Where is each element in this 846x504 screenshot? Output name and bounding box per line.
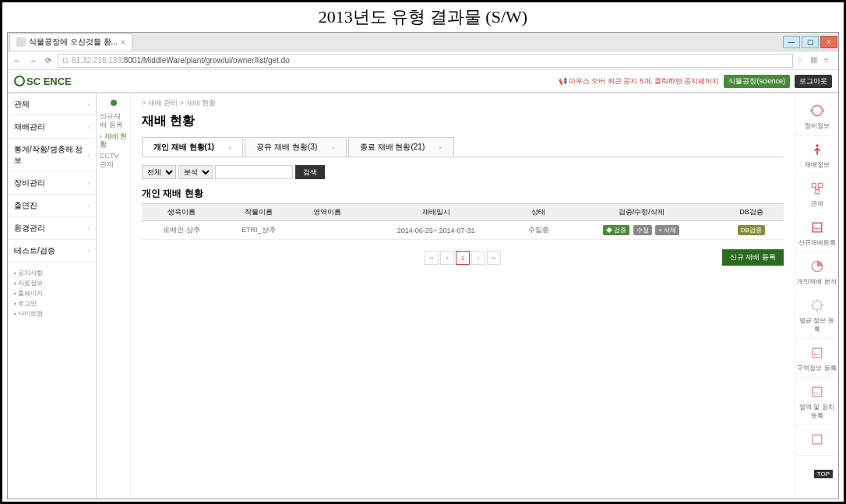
nav-control[interactable]: 관제›: [8, 93, 96, 116]
tab-close-icon[interactable]: ×: [331, 144, 335, 151]
rail-new-reg[interactable]: New 신규재배등록: [795, 213, 838, 252]
tab-bar: 식물공장에 오신것을 환... × — ▢ ×: [8, 33, 838, 51]
cell-db: DB검증: [719, 221, 784, 240]
reload-icon[interactable]: ⟳: [42, 55, 55, 67]
rail-pest-reg[interactable]: 병균 정보 등록: [795, 291, 838, 339]
new-register-button[interactable]: 신규 재배 등록: [722, 249, 784, 266]
logout-button[interactable]: 로그아웃: [795, 75, 832, 88]
svg-text:Area: Area: [813, 352, 820, 356]
device-info-icon: [808, 101, 827, 120]
table-row: 로메인 상추 ETRI_상추 2014-06-25~ 2014-07-31 수집…: [142, 221, 784, 240]
edit-button[interactable]: 수정: [633, 225, 652, 235]
page-prev[interactable]: ‹: [440, 251, 454, 265]
svg-text:New: New: [813, 226, 820, 231]
svg-text:Dev: Dev: [814, 391, 820, 395]
filter-select-2[interactable]: 분석: [178, 165, 213, 179]
nav-test[interactable]: 테스트/검증›: [8, 240, 96, 263]
rail-device-reg[interactable]: Dev 영역 및 장치 등록: [795, 378, 838, 425]
subnav-cctv[interactable]: CCTV 관제: [100, 152, 127, 169]
rail-label: 구역정보 등록: [797, 364, 837, 372]
page-last[interactable]: ››: [487, 251, 501, 265]
rail-area-reg[interactable]: Area 구역정보 등록: [795, 339, 838, 378]
rail-device-info[interactable]: 장비정보: [795, 97, 838, 136]
svg-line-16: [820, 301, 822, 302]
link-home[interactable]: • 홈페이지: [14, 289, 90, 298]
address-bar: ← → ⟳ 🗋 61.32.216.133:8001/MiddleWare/pl…: [8, 51, 838, 70]
rail-label: 관제: [797, 199, 837, 208]
search-input[interactable]: [215, 165, 293, 179]
cell-actions: ◆ 검증 수정 × 삭제: [564, 221, 719, 240]
tab-label: 개인 재배 현황(1): [153, 142, 214, 153]
search-button[interactable]: 검색: [295, 165, 325, 179]
col-actions: 검증/수정/삭제: [564, 204, 719, 221]
filter-select-1[interactable]: 전체: [142, 165, 176, 179]
col-growname: 생육이름: [142, 204, 221, 221]
browser-tab[interactable]: 식물공장에 오신것을 환... ×: [9, 33, 132, 51]
sub-nav: 신규재배 등록 › 재배 현황 CCTV 관제: [97, 93, 131, 499]
page-first[interactable]: ‹‹: [425, 251, 439, 265]
table-header-row: 생육이름 작물이름 영역이름 재배일시 상태 검증/수정/삭제 DB검증: [142, 204, 784, 221]
tab-shared[interactable]: 공유 재배 현황(3)×: [245, 137, 346, 157]
col-status: 상태: [513, 204, 563, 221]
page-1[interactable]: 1: [456, 251, 470, 265]
delete-button[interactable]: × 삭제: [655, 225, 679, 235]
tab-personal[interactable]: 개인 재배 현황(1)×: [142, 137, 243, 157]
minimize-button[interactable]: —: [783, 36, 800, 48]
grow-info-icon: [808, 140, 827, 159]
account-button[interactable]: 식물공장(science): [724, 75, 790, 88]
close-button[interactable]: ×: [820, 36, 837, 48]
tab-ended[interactable]: 종료 재배 현황(21)×: [348, 137, 454, 157]
grid-icon[interactable]: ▦: [810, 55, 821, 66]
url-input[interactable]: 🗋 61.32.216.133:8001/MiddleWare/plant/gr…: [58, 54, 793, 68]
device-reg-icon: Dev: [808, 382, 827, 401]
tab-close-icon[interactable]: ×: [121, 38, 125, 47]
subnav-status[interactable]: › 재배 현황: [100, 132, 127, 150]
tab-close-icon[interactable]: ×: [439, 144, 442, 151]
nav-env[interactable]: 환경관리›: [8, 217, 96, 240]
back-icon[interactable]: ←: [11, 55, 23, 67]
svg-line-15: [813, 308, 814, 310]
svg-rect-3: [818, 183, 822, 187]
nav-label: 관제: [14, 99, 30, 110]
right-rail: 장비정보 재배정보 관제 New 신규재배등록: [795, 93, 838, 499]
control-icon: [808, 179, 827, 198]
link-login[interactable]: • 로그인: [14, 299, 90, 308]
nav-grow-mgmt[interactable]: 재배관리›: [8, 116, 96, 139]
nav-stats[interactable]: 통계/작황/병충해 정보›: [8, 139, 96, 172]
nav-device[interactable]: 장비관리›: [8, 172, 96, 195]
verify-button[interactable]: ◆ 검증: [603, 225, 629, 235]
rail-personal-analysis[interactable]: 개인재배 분석: [795, 252, 838, 291]
subnav-new-reg[interactable]: 신규재배 등록: [100, 112, 127, 129]
maximize-button[interactable]: ▢: [802, 36, 819, 48]
notice-bar[interactable]: 📢 마우스 오버 최근 공지 5개, 클릭하면 공지페이지: [559, 76, 720, 86]
link-data[interactable]: • 자료정보: [14, 279, 90, 287]
logo[interactable]: SC ENCE: [14, 76, 72, 87]
rail-grow-info[interactable]: 재배정보: [795, 136, 838, 174]
menu-icon[interactable]: ≡: [824, 55, 835, 66]
url-host: 61.32.216.133: [72, 56, 122, 65]
tab-close-icon[interactable]: ×: [228, 144, 232, 151]
pagination: ‹‹ ‹ 1 › ››: [142, 251, 784, 265]
forward-icon[interactable]: →: [26, 55, 39, 67]
scroll-top-button[interactable]: TOP: [814, 470, 833, 478]
link-notice[interactable]: • 공지사항: [14, 269, 90, 277]
star-icon[interactable]: ☆: [796, 55, 807, 66]
pest-icon: [808, 296, 827, 315]
window-controls: — ▢ ×: [782, 35, 838, 49]
url-doc-icon: 🗋: [62, 56, 69, 65]
nav-label: 장비관리: [14, 178, 45, 189]
chevron-right-icon: ›: [87, 203, 90, 210]
svg-point-0: [812, 105, 822, 115]
rail-control[interactable]: 관제: [795, 174, 838, 213]
nav-cast[interactable]: 출연진›: [8, 195, 96, 217]
link-sitemap[interactable]: • 사이트맵: [14, 309, 90, 318]
section-title: 개인 재배 현황: [142, 187, 784, 200]
db-verify-button[interactable]: DB검증: [738, 225, 765, 235]
rail-label: 병균 정보 등록: [797, 316, 837, 333]
browser-window: 식물공장에 오신것을 환... × — ▢ × ← → ⟳ 🗋 61.32.21…: [7, 32, 839, 499]
page-next[interactable]: ›: [471, 251, 485, 265]
rail-extra[interactable]: [795, 425, 838, 456]
rail-label: 영역 및 장치 등록: [797, 403, 837, 420]
tab-label: 공유 재배 현황(3): [256, 142, 317, 153]
col-area: 영역이름: [295, 204, 358, 221]
